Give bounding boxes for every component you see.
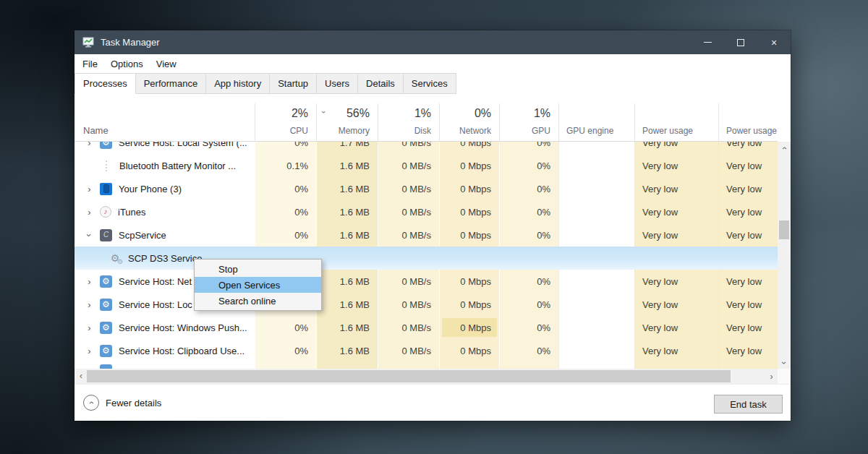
table-row[interactable]: › ⚙ Service Host: Net 0% 1.6 MB 0 MB/s 0… bbox=[75, 270, 778, 293]
minimize-button[interactable] bbox=[691, 30, 724, 54]
table-row[interactable]: › ⚙ Service Host: Windows Push... 0% 1.6… bbox=[75, 316, 778, 339]
disk-cell: 0 MB/s bbox=[378, 154, 439, 177]
process-name: SCP DS3 Service bbox=[128, 253, 202, 264]
memory-cell: 1.6 MB bbox=[316, 293, 378, 316]
gpu-engine-cell bbox=[558, 154, 634, 177]
power-trend-cell: Very low bbox=[718, 270, 778, 293]
chevron-down-icon[interactable]: › bbox=[84, 230, 95, 241]
tab-startup[interactable]: Startup bbox=[269, 73, 317, 94]
memory-cell: 1.6 MB bbox=[316, 177, 378, 200]
network-cell: 0 Mbps bbox=[439, 154, 499, 177]
memory-cell: 1.7 MB bbox=[316, 142, 378, 154]
column-header-name[interactable]: Name bbox=[75, 103, 255, 141]
horizontal-scrollbar[interactable]: › › bbox=[75, 369, 778, 384]
chevron-right-icon[interactable]: › bbox=[84, 299, 95, 310]
horizontal-scrollbar-thumb[interactable] bbox=[87, 370, 731, 382]
vertical-scrollbar[interactable]: › › bbox=[778, 142, 791, 369]
column-header-disk[interactable]: 1% Disk bbox=[378, 103, 439, 141]
column-header-memory[interactable]: › 56% Memory bbox=[316, 103, 378, 141]
table-row[interactable]: › ♪ iTunes 0% 1.6 MB 0 MB/s 0 Mbps 0% Ve… bbox=[75, 200, 778, 223]
end-task-button[interactable]: End task bbox=[714, 395, 783, 414]
gpu-engine-cell bbox=[558, 293, 634, 316]
context-menu-item-open-services[interactable]: Open Services bbox=[195, 277, 321, 293]
context-menu: Stop Open Services Search online bbox=[194, 259, 322, 311]
maximize-button[interactable] bbox=[724, 30, 757, 54]
tab-details[interactable]: Details bbox=[357, 73, 404, 94]
gpu-cell bbox=[499, 247, 558, 270]
table-row-partial-bottom bbox=[75, 362, 778, 369]
power-usage-cell: Very low bbox=[634, 142, 718, 154]
memory-cell: 1.6 MB bbox=[316, 339, 378, 362]
gpu-engine-cell bbox=[558, 200, 634, 223]
column-header-gpu[interactable]: 1% GPU bbox=[499, 103, 558, 141]
gpu-engine-cell bbox=[558, 247, 634, 270]
power-trend-cell bbox=[718, 247, 778, 270]
menu-options[interactable]: Options bbox=[104, 59, 150, 69]
tab-app-history[interactable]: App history bbox=[205, 73, 270, 94]
table-row[interactable]: Bluetooth Battery Monitor ... 0.1% 1.6 M… bbox=[75, 154, 778, 177]
context-menu-item-stop[interactable]: Stop bbox=[195, 261, 321, 277]
power-trend-cell: Very low bbox=[718, 223, 778, 247]
chevron-right-icon[interactable]: › bbox=[84, 322, 95, 333]
your-phone-icon bbox=[100, 183, 112, 195]
chevron-right-icon[interactable]: › bbox=[84, 207, 95, 218]
disk-cell: 0 MB/s bbox=[378, 293, 439, 316]
table-row-partial[interactable]: › ⚙ Service Host: Local System (... 0% 1… bbox=[75, 142, 778, 154]
tab-services[interactable]: Services bbox=[403, 73, 456, 94]
disk-cell: 0 MB/s bbox=[378, 339, 439, 362]
power-usage-cell: Very low bbox=[634, 177, 718, 200]
scroll-down-arrow-icon[interactable]: › bbox=[778, 356, 791, 369]
chevron-right-icon[interactable]: › bbox=[84, 276, 95, 287]
menu-file[interactable]: File bbox=[75, 59, 104, 69]
power-usage-cell: Very low bbox=[634, 316, 718, 339]
vertical-scrollbar-thumb[interactable] bbox=[779, 220, 789, 239]
chevron-right-icon[interactable]: › bbox=[84, 184, 95, 194]
process-table: › ⚙ Service Host: Local System (... 0% 1… bbox=[75, 142, 778, 369]
cpu-cell: 0% bbox=[255, 200, 316, 223]
menu-bar: File Options View bbox=[75, 54, 791, 73]
table-row[interactable]: › ⚙ Service Host: Clipboard Use... 0% 1.… bbox=[75, 339, 778, 362]
table-row[interactable]: › C ScpService 0% 1.6 MB 0 MB/s 0 Mbps 0… bbox=[75, 223, 778, 247]
service-gears-icon: ⚙⚙ bbox=[109, 252, 122, 265]
close-button[interactable]: × bbox=[757, 30, 791, 54]
memory-cell bbox=[316, 247, 378, 270]
memory-total-value: 56% bbox=[346, 107, 370, 120]
tab-processes[interactable]: Processes bbox=[75, 73, 136, 94]
gpu-cell: 0% bbox=[499, 270, 558, 293]
tab-performance[interactable]: Performance bbox=[135, 73, 206, 94]
network-cell: 0 Mbps bbox=[439, 142, 499, 154]
column-header-gpu-engine[interactable]: GPU engine bbox=[558, 103, 634, 141]
scroll-right-arrow-icon[interactable]: › bbox=[765, 369, 778, 384]
scroll-up-arrow-icon[interactable]: › bbox=[778, 142, 791, 154]
chevron-right-icon[interactable]: › bbox=[84, 346, 95, 356]
process-name: Your Phone (3) bbox=[119, 184, 182, 194]
process-name: Service Host: Clipboard Use... bbox=[119, 346, 244, 356]
menu-view[interactable]: View bbox=[150, 59, 183, 69]
table-header: Name 2% CPU › 56% Memory 1% Disk 0% Netw… bbox=[75, 103, 778, 142]
maximize-icon bbox=[737, 39, 744, 46]
column-header-cpu[interactable]: 2% CPU bbox=[255, 103, 316, 141]
power-usage-cell: Very low bbox=[634, 223, 718, 247]
table-row[interactable]: › Your Phone (3) 0% 1.6 MB 0 MB/s 0 Mbps… bbox=[75, 177, 778, 200]
table-row-selected[interactable]: ⚙⚙ SCP DS3 Service bbox=[75, 247, 778, 270]
context-menu-item-search-online[interactable]: Search online bbox=[195, 293, 321, 309]
network-total-value: 0% bbox=[475, 107, 491, 120]
process-name: Bluetooth Battery Monitor ... bbox=[119, 160, 236, 171]
fewer-details-toggle[interactable]: › Fewer details bbox=[83, 395, 161, 411]
network-cell: 0 Mbps bbox=[439, 293, 499, 316]
network-cell: 0 Mbps bbox=[439, 270, 499, 293]
column-header-power-usage[interactable]: Power usage bbox=[634, 103, 718, 141]
chevron-right-icon[interactable]: › bbox=[84, 142, 95, 148]
column-header-network[interactable]: 0% Network bbox=[439, 103, 499, 141]
gpu-engine-cell bbox=[558, 142, 634, 154]
table-row[interactable]: › ⚙ Service Host: Loc 0% 1.6 MB 0 MB/s 0… bbox=[75, 293, 778, 316]
tab-users[interactable]: Users bbox=[316, 73, 358, 94]
disk-cell: 0 MB/s bbox=[378, 223, 439, 247]
process-name: Service Host: Loc bbox=[119, 299, 192, 310]
column-header-power-usage-trend[interactable]: Power usage trend bbox=[718, 103, 778, 141]
title-bar[interactable]: Task Manager × bbox=[75, 30, 791, 54]
scroll-left-arrow-icon[interactable]: › bbox=[75, 369, 87, 384]
process-name: Service Host: Windows Push... bbox=[119, 322, 247, 333]
power-usage-cell: Very low bbox=[634, 200, 718, 223]
gpu-cell: 0% bbox=[499, 154, 558, 177]
